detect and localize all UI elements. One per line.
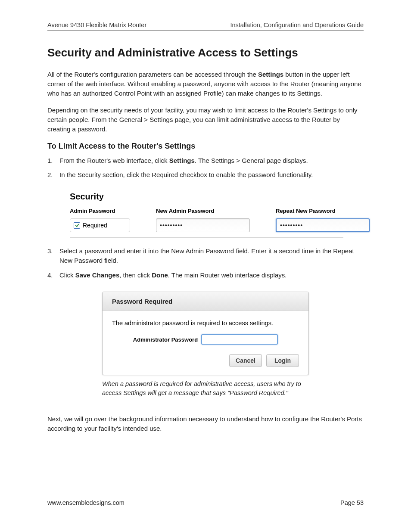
required-checkbox-wrap[interactable]: Required: [70, 218, 130, 232]
required-label: Required: [83, 222, 107, 229]
step-1: From the Router's web interface, click S…: [47, 156, 364, 165]
password-dots: •••••••••: [160, 222, 183, 229]
dialog-caption: When a password is required for administ…: [102, 380, 309, 397]
repeat-new-password-input[interactable]: •••••••••: [276, 218, 370, 232]
text: All of the Router's configuration parame…: [47, 71, 258, 78]
settings-word: Settings: [169, 157, 195, 164]
password-required-dialog: Password Required The administrator pass…: [102, 292, 309, 375]
dialog-message: The administrator password is required t…: [112, 320, 299, 327]
text: Click: [59, 271, 75, 279]
page-header: Avenue 9430 Flexible Matrix Router Insta…: [47, 22, 364, 31]
footer-url: www.ensembledesigns.com: [47, 499, 125, 506]
login-button[interactable]: Login: [266, 354, 299, 367]
new-admin-password-label: New Admin Password: [156, 208, 250, 214]
intro-paragraph-1: All of the Router's configuration parame…: [47, 70, 364, 98]
text: From the Router's web interface, click: [59, 157, 169, 164]
page-title: Security and Administrative Access to Se…: [47, 46, 364, 59]
administrator-password-label: Administrator Password: [133, 336, 198, 343]
intro-paragraph-2: Depending on the security needs of your …: [47, 106, 364, 134]
header-left: Avenue 9430 Flexible Matrix Router: [47, 22, 146, 28]
security-heading: Security: [70, 192, 364, 202]
save-changes-word: Save Changes: [75, 271, 120, 279]
settings-word: Settings: [258, 71, 283, 78]
password-dots: •••••••••: [280, 222, 303, 229]
repeat-new-password-label: Repeat New Password: [276, 208, 370, 214]
closing-paragraph: Next, we will go over the background inf…: [47, 414, 364, 433]
header-right: Installation, Configuration and Operatio…: [230, 22, 364, 28]
step-3: Select a password and enter it into the …: [47, 246, 364, 265]
done-word: Done: [152, 271, 168, 279]
dialog-title: Password Required: [103, 292, 308, 311]
page-footer: www.ensembledesigns.com Page 53: [47, 499, 364, 506]
checkbox-icon[interactable]: [74, 222, 80, 229]
section-subhead: To Limit Access to the Router's Settings: [47, 142, 364, 151]
footer-page: Page 53: [340, 499, 364, 506]
text: . The main Router web interface displays…: [168, 271, 287, 279]
text: , then click: [119, 271, 152, 279]
admin-password-label: Admin Password: [70, 208, 130, 214]
new-admin-password-input[interactable]: •••••••••: [156, 218, 250, 232]
step-2: In the Security section, click the Requi…: [47, 170, 364, 180]
security-screenshot: Security Admin Password Required New Adm…: [70, 192, 364, 238]
step-4: Click Save Changes, then click Done. The…: [47, 271, 364, 280]
cancel-button[interactable]: Cancel: [229, 354, 262, 367]
text: . The Settings > General page displays.: [195, 157, 308, 164]
administrator-password-input[interactable]: [201, 334, 278, 345]
